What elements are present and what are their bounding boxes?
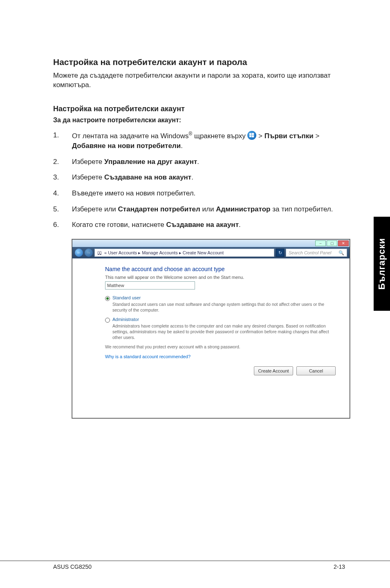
step-4-text: Въведете името на новия потребител. xyxy=(72,189,195,197)
page: Настройка на потребителски акаунт и паро… xyxy=(0,0,390,588)
window-maximize-button[interactable]: ▢ xyxy=(327,240,337,246)
refresh-icon: ↻ xyxy=(278,250,282,256)
step-3-dot: . xyxy=(191,173,193,181)
step-1-gt2: > xyxy=(314,132,320,140)
arrow-right-icon: → xyxy=(87,250,91,255)
step-2-dot: . xyxy=(197,158,199,166)
intro-text: Можете да създадете потребителски акаунт… xyxy=(53,71,345,90)
step-5-text-c: за тип потребител. xyxy=(270,205,333,213)
dialog-button-row: Create Account Cancel xyxy=(105,366,336,375)
standard-user-desc: Standard account users can use most soft… xyxy=(112,302,340,313)
account-name-input[interactable]: Matthew xyxy=(105,281,195,290)
sub-heading: За да настроите потребителски акаунт: xyxy=(53,117,345,124)
svg-rect-3 xyxy=(252,135,254,137)
registered-mark: ® xyxy=(188,131,192,137)
dialog-heading: Name the account and choose an account t… xyxy=(105,266,340,272)
step-5-bold-1: Стандартен потребител xyxy=(118,205,200,213)
search-placeholder: Search Control Panel xyxy=(289,250,332,255)
step-6: Когато сте готови, натиснете Създаване н… xyxy=(53,220,345,230)
window-minimize-button[interactable]: – xyxy=(315,240,326,246)
breadcrumb-bar[interactable]: 🕮 « User Accounts ▸ Manage Accounts ▸ Cr… xyxy=(94,249,274,257)
breadcrumb-text: « User Accounts ▸ Manage Accounts ▸ Crea… xyxy=(104,250,224,256)
embedded-screenshot: – ▢ ✕ ← → 🕮 « User Accounts ▸ Manage Acc… xyxy=(72,239,350,418)
step-3-text-a: Изберете xyxy=(72,173,104,181)
radio-admin[interactable] xyxy=(105,318,110,323)
svg-rect-2 xyxy=(249,135,251,137)
page-footer: ASUS CG8250 2-13 xyxy=(0,561,390,570)
steps-list: От лентата на задачите на Windows® щракн… xyxy=(53,130,345,230)
administrator-label: Administrator xyxy=(112,317,139,322)
step-2-bold: Управление на друг акаунт xyxy=(104,158,197,166)
step-1: От лентата на задачите на Windows® щракн… xyxy=(53,130,345,151)
folder-icon: 🕮 xyxy=(97,250,102,255)
nav-back-button[interactable]: ← xyxy=(75,249,83,257)
step-6-bold: Създаване на акаунт xyxy=(166,221,239,229)
step-6-text-a: Когато сте готови, натиснете xyxy=(72,221,166,229)
step-6-dot: . xyxy=(239,221,241,229)
step-3: Изберете Създаване на нов акаунт. xyxy=(53,173,345,183)
why-standard-link[interactable]: Why is a standard account recommended? xyxy=(105,354,340,359)
language-side-tab: Български xyxy=(374,217,390,311)
address-bar-row: ← → 🕮 « User Accounts ▸ Manage Accounts … xyxy=(72,247,350,258)
standard-user-label: Standard user xyxy=(112,295,141,300)
step-1-bold-1: Първи стъпки xyxy=(264,132,314,140)
footer-model: ASUS CG8250 xyxy=(53,563,92,570)
step-2-text-a: Изберете xyxy=(72,158,104,166)
footer-page-number: 2-13 xyxy=(334,563,345,570)
dialog-subtext: This name will appear on the Welcome scr… xyxy=(105,275,340,280)
svg-rect-1 xyxy=(252,133,254,135)
sub-section-title: Настройка на потребителски акаунт xyxy=(53,105,345,113)
language-label: Български xyxy=(377,238,387,290)
dialog-footer-space xyxy=(105,375,340,412)
step-1-text-b: щракнете върху xyxy=(192,132,247,140)
step-1-bold-2: Добавяне на нови потребители xyxy=(72,142,181,150)
administrator-desc: Administrators have complete access to t… xyxy=(112,323,340,340)
step-5-text-a: Изберете или xyxy=(72,205,118,213)
step-4: Въведете името на новия потребител. xyxy=(53,189,345,199)
window-close-button[interactable]: ✕ xyxy=(338,240,349,246)
windows-start-icon xyxy=(247,131,256,140)
standard-user-option[interactable]: Standard user xyxy=(105,295,340,301)
radio-standard[interactable] xyxy=(105,296,110,301)
step-5: Изберете или Стандартен потребител или А… xyxy=(53,204,345,215)
step-1-gt1: > xyxy=(258,132,264,140)
step-2: Изберете Управление на друг акаунт. xyxy=(53,157,345,167)
refresh-button[interactable]: ↻ xyxy=(276,249,284,257)
account-name-value: Matthew xyxy=(107,283,124,288)
nav-forward-button[interactable]: → xyxy=(85,249,93,257)
step-5-text-b: или xyxy=(200,205,216,213)
window-titlebar: – ▢ ✕ xyxy=(72,240,350,247)
step-1-text-a: От лентата на задачите на Windows xyxy=(72,132,188,140)
svg-rect-0 xyxy=(249,133,251,135)
arrow-left-icon: ← xyxy=(77,250,81,255)
search-icon: 🔍 xyxy=(338,250,344,256)
administrator-option[interactable]: Administrator xyxy=(105,317,340,323)
section-title: Настройка на потребителски акаунт и паро… xyxy=(53,57,345,67)
step-5-bold-2: Администратор xyxy=(216,205,270,213)
search-input[interactable]: Search Control Panel 🔍 xyxy=(286,249,347,257)
step-3-bold: Създаване на нов акаунт xyxy=(104,173,191,181)
recommendation-text: We recommend that you protect every acco… xyxy=(105,344,340,349)
cancel-button[interactable]: Cancel xyxy=(296,366,336,375)
create-account-button[interactable]: Create Account xyxy=(254,366,293,375)
step-1-dot: . xyxy=(181,142,183,150)
dialog-body: Name the account and choose an account t… xyxy=(72,258,350,418)
